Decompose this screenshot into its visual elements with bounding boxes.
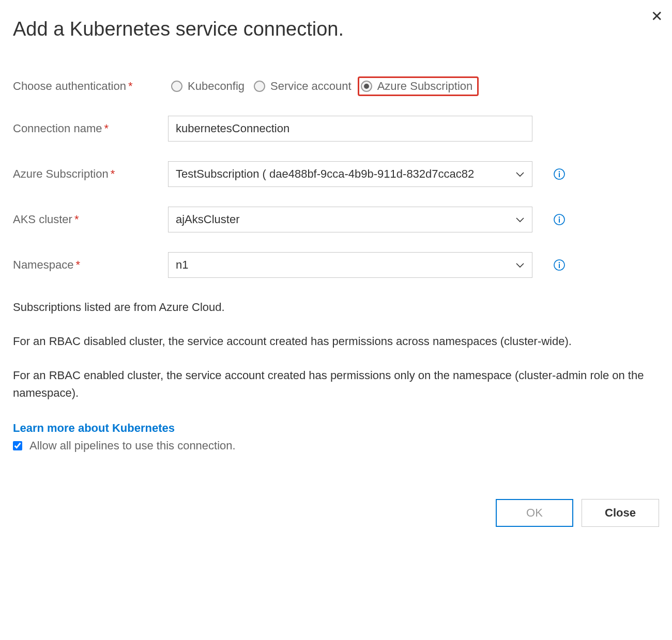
radio-label: Service account: [270, 80, 352, 93]
radio-azure-subscription[interactable]: Azure Subscription: [358, 76, 479, 96]
connection-name-input[interactable]: [168, 116, 532, 142]
radio-icon: [361, 81, 372, 92]
radio-icon: [171, 81, 182, 92]
chevron-down-icon: [515, 215, 525, 224]
svg-point-1: [559, 171, 560, 173]
select-value: TestSubscription ( dae488bf-9cca-4b9b-91…: [176, 167, 474, 181]
namespace-select[interactable]: n1: [168, 252, 532, 278]
required-marker: *: [104, 122, 109, 135]
svg-rect-8: [559, 264, 560, 268]
connection-name-label: Connection name*: [13, 122, 168, 135]
authentication-row: Choose authentication* Kubeconfig Servic…: [13, 76, 659, 96]
aks-cluster-label: AKS cluster*: [13, 213, 168, 226]
info-rbac-disabled: For an RBAC disabled cluster, the servic…: [13, 333, 659, 350]
radio-icon: [254, 81, 265, 92]
authentication-radio-group: Kubeconfig Service account Azure Subscri…: [168, 76, 479, 96]
info-icon[interactable]: [553, 213, 566, 226]
close-icon[interactable]: ✕: [651, 9, 663, 24]
namespace-label: Namespace*: [13, 258, 168, 272]
azure-subscription-row: Azure Subscription* TestSubscription ( d…: [13, 161, 659, 187]
namespace-row: Namespace* n1: [13, 252, 659, 278]
radio-label: Azure Subscription: [377, 80, 473, 93]
info-subscriptions: Subscriptions listed are from Azure Clou…: [13, 299, 659, 316]
authentication-label: Choose authentication*: [13, 80, 168, 93]
info-text-section: Subscriptions listed are from Azure Clou…: [13, 299, 659, 402]
ok-button[interactable]: OK: [496, 499, 573, 527]
radio-label: Kubeconfig: [188, 80, 245, 93]
connection-name-row: Connection name*: [13, 116, 659, 142]
select-value: n1: [176, 258, 188, 272]
info-rbac-enabled: For an RBAC enabled cluster, the service…: [13, 367, 659, 402]
radio-service-account[interactable]: Service account: [251, 76, 358, 96]
allow-pipelines-label: Allow all pipelines to use this connecti…: [29, 439, 236, 452]
learn-more-link[interactable]: Learn more about Kubernetes: [13, 422, 175, 435]
allow-pipelines-checkbox[interactable]: [13, 441, 22, 450]
radio-kubeconfig[interactable]: Kubeconfig: [168, 76, 251, 96]
svg-rect-5: [559, 218, 560, 223]
svg-rect-2: [559, 173, 560, 177]
aks-cluster-select[interactable]: ajAksCluster: [168, 207, 532, 232]
info-icon[interactable]: [553, 259, 566, 271]
svg-point-7: [559, 262, 560, 263]
azure-subscription-label: Azure Subscription*: [13, 167, 168, 181]
select-value: ajAksCluster: [176, 213, 239, 226]
chevron-down-icon: [515, 169, 525, 179]
allow-pipelines-row: Allow all pipelines to use this connecti…: [13, 439, 659, 452]
aks-cluster-row: AKS cluster* ajAksCluster: [13, 207, 659, 232]
info-icon[interactable]: [553, 168, 566, 180]
required-marker: *: [111, 167, 115, 180]
svg-point-4: [559, 216, 560, 218]
chevron-down-icon: [515, 260, 525, 270]
required-marker: *: [128, 80, 133, 92]
dialog-title: Add a Kubernetes service connection.: [13, 18, 659, 40]
required-marker: *: [75, 258, 80, 271]
button-row: OK Close: [13, 499, 659, 527]
azure-subscription-select[interactable]: TestSubscription ( dae488bf-9cca-4b9b-91…: [168, 161, 532, 187]
close-button[interactable]: Close: [582, 499, 659, 527]
required-marker: *: [74, 213, 79, 226]
